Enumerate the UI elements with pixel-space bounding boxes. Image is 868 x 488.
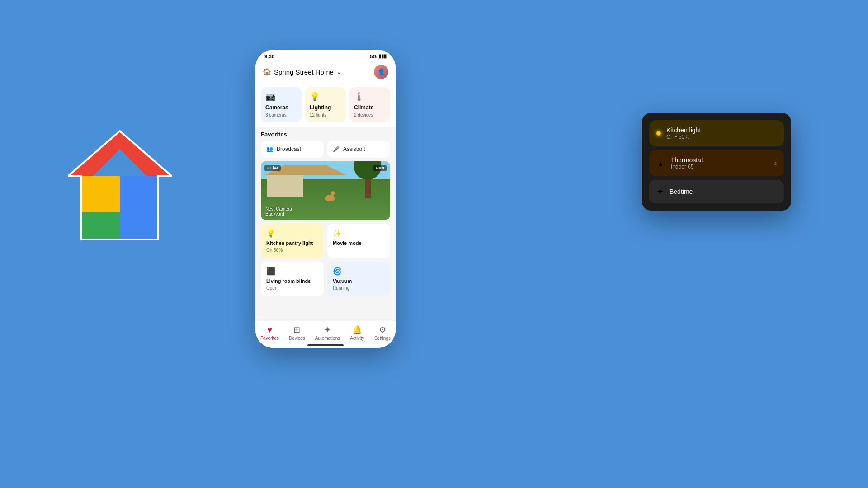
kitchen-pantry-icon: 💡 <box>266 229 318 238</box>
quick-kitchen-light[interactable]: Kitchen light On • 50% <box>649 120 784 146</box>
climate-label: Climate <box>354 104 386 111</box>
quick-thermostat[interactable]: 🌡 Thermostat Indoor 65 › <box>649 150 784 176</box>
thermostat-chevron-icon: › <box>774 159 777 167</box>
battery-indicator: ▮▮▮ <box>378 53 387 59</box>
phone-screen: 9:30 5G ▮▮▮ 🏠 Spring Street Home ⌄ 👤 📷 C… <box>255 50 396 348</box>
yard-tree <box>365 171 371 198</box>
lighting-label: Lighting <box>310 104 341 111</box>
categories-row: 📷 Cameras 3 cameras 💡 Lighting 12 lights… <box>255 84 396 127</box>
category-climate[interactable]: 🌡️ Climate 2 devices <box>349 87 390 122</box>
kitchen-light-icon <box>656 131 661 136</box>
home-bar <box>307 344 344 346</box>
movie-mode-name: Movie mode <box>333 240 385 246</box>
bedtime-info: Bedtime <box>670 188 777 195</box>
nav-settings[interactable]: ⚙ Settings <box>374 325 391 341</box>
bedtime-name: Bedtime <box>670 188 777 195</box>
assistant-icon: 🎤 <box>333 146 340 152</box>
category-lighting[interactable]: 💡 Lighting 12 lights <box>305 87 346 122</box>
app-header: 🏠 Spring Street Home ⌄ 👤 <box>255 61 396 84</box>
automations-nav-label: Automations <box>315 336 340 341</box>
broadcast-icon: 👥 <box>266 146 273 152</box>
phone-mockup: 9:30 5G ▮▮▮ 🏠 Spring Street Home ⌄ 👤 📷 C… <box>255 50 396 348</box>
svg-rect-4 <box>120 176 158 239</box>
category-cameras[interactable]: 📷 Cameras 3 cameras <box>261 87 302 122</box>
camera-location: Backyard <box>265 211 292 216</box>
kitchen-light-name: Kitchen light <box>666 127 777 134</box>
blinds-icon: ⬛ <box>266 267 318 276</box>
favorites-nav-icon: ♥ <box>267 325 272 335</box>
status-right: 5G ▮▮▮ <box>370 53 387 59</box>
camera-feed-inner: Live Nest Nest Camera Backyard <box>261 161 390 220</box>
status-bar: 9:30 5G ▮▮▮ <box>255 50 396 61</box>
climate-icon: 🌡️ <box>354 92 386 102</box>
live-badge: Live <box>264 165 281 171</box>
quick-panel: Kitchen light On • 50% 🌡 Thermostat Indo… <box>642 113 791 211</box>
yard-deer <box>326 195 335 201</box>
nav-activity[interactable]: 🔔 Activity <box>350 325 364 341</box>
activity-nav-label: Activity <box>350 336 364 341</box>
vacuum-name: Vacuum <box>333 278 385 284</box>
bedtime-icon: ✦ <box>656 186 664 197</box>
activity-nav-icon: 🔔 <box>352 325 362 335</box>
camera-name: Nest Camera <box>265 206 292 211</box>
home-name: Spring Street Home <box>274 68 334 76</box>
lighting-count: 12 lights <box>310 113 341 117</box>
blinds-status: Open <box>266 286 318 291</box>
devices-row-1: 💡 Kitchen pantry light On 50% ✨ Movie mo… <box>261 224 390 258</box>
camera-feed[interactable]: Live Nest Nest Camera Backyard <box>261 161 390 220</box>
kitchen-light-sub: On • 50% <box>666 134 777 140</box>
devices-row-2: ⬛ Living room blinds Open 🌀 Vacuum Runni… <box>261 262 390 296</box>
nav-automations[interactable]: ✦ Automations <box>315 325 340 341</box>
favorites-title: Favorites <box>261 131 390 138</box>
broadcast-label: Broadcast <box>277 146 301 152</box>
vacuum-status: Running <box>333 286 385 291</box>
thermostat-icon: 🌡 <box>656 158 665 169</box>
status-time: 9:30 <box>264 54 274 59</box>
blinds-card[interactable]: ⬛ Living room blinds Open <box>261 262 324 296</box>
cameras-count: 3 cameras <box>265 113 297 117</box>
nest-badge: Nest <box>373 165 387 171</box>
devices-nav-icon: ⊞ <box>293 325 300 335</box>
assistant-card[interactable]: 🎤 Assistant <box>327 141 390 158</box>
settings-nav-icon: ⚙ <box>379 325 386 335</box>
dropdown-icon: ⌄ <box>336 68 342 76</box>
automations-nav-icon: ✦ <box>324 325 331 335</box>
kitchen-pantry-name: Kitchen pantry light <box>266 240 318 246</box>
svg-marker-1 <box>68 131 172 176</box>
signal-indicator: 5G <box>370 54 377 59</box>
nav-devices[interactable]: ⊞ Devices <box>289 325 305 341</box>
yard-house <box>267 174 303 197</box>
thermostat-name: Thermostat <box>671 156 769 164</box>
lighting-icon: 💡 <box>310 92 341 102</box>
climate-count: 2 devices <box>354 113 386 117</box>
settings-nav-label: Settings <box>374 336 391 341</box>
camera-label: Nest Camera Backyard <box>265 206 292 216</box>
kitchen-pantry-card[interactable]: 💡 Kitchen pantry light On 50% <box>261 224 324 258</box>
google-home-logo <box>68 122 172 249</box>
broadcast-card[interactable]: 👥 Broadcast <box>261 141 324 158</box>
live-dot <box>267 167 269 169</box>
live-label: Live <box>270 166 278 170</box>
assistant-label: Assistant <box>343 146 365 152</box>
vacuum-icon: 🌀 <box>333 267 385 276</box>
bottom-nav: ♥ Favorites ⊞ Devices ✦ Automations 🔔 Ac… <box>255 321 396 343</box>
vacuum-card[interactable]: 🌀 Vacuum Running <box>327 262 390 296</box>
favorites-row: 👥 Broadcast 🎤 Assistant <box>261 141 390 158</box>
home-indicator <box>255 343 396 348</box>
devices-nav-label: Devices <box>289 336 305 341</box>
user-avatar[interactable]: 👤 <box>374 65 388 79</box>
nav-favorites[interactable]: ♥ Favorites <box>260 325 279 341</box>
thermostat-info: Thermostat Indoor 65 <box>671 156 769 170</box>
quick-bedtime[interactable]: ✦ Bedtime <box>649 180 784 203</box>
favorites-nav-label: Favorites <box>260 336 279 341</box>
thermostat-sub: Indoor 65 <box>671 164 769 170</box>
cameras-label: Cameras <box>265 104 297 111</box>
blinds-name: Living room blinds <box>266 278 318 284</box>
kitchen-light-info: Kitchen light On • 50% <box>666 127 777 140</box>
home-selector[interactable]: 🏠 Spring Street Home ⌄ <box>263 68 342 76</box>
main-content: Favorites 👥 Broadcast 🎤 Assistant <box>255 127 396 321</box>
movie-mode-card[interactable]: ✨ Movie mode <box>327 224 390 258</box>
home-icon: 🏠 <box>263 68 271 76</box>
kitchen-pantry-status: On 50% <box>266 248 318 253</box>
movie-mode-icon: ✨ <box>333 229 385 238</box>
